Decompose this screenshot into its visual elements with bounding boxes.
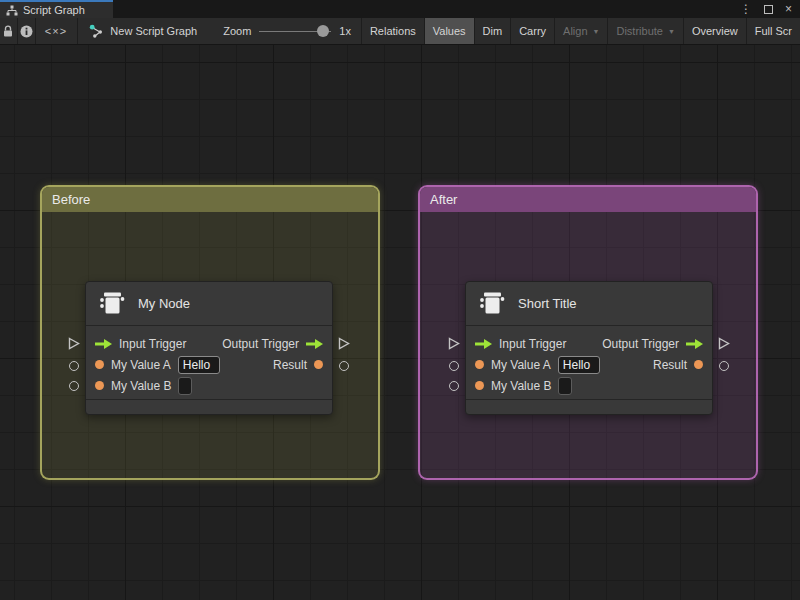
variables-button[interactable]: <×> (35, 18, 77, 44)
flow-input-port[interactable] (475, 339, 492, 349)
value-input-field[interactable] (178, 356, 220, 374)
distribute-button[interactable]: Distribute ▼ (608, 18, 682, 44)
dim-button[interactable]: Dim (475, 18, 511, 44)
carry-button[interactable]: Carry (511, 18, 554, 44)
value-input-port[interactable] (95, 360, 104, 369)
maximize-icon[interactable] (764, 5, 773, 14)
external-value-output-port[interactable] (339, 361, 349, 371)
flow-output-port[interactable] (306, 339, 323, 349)
external-value-input-port[interactable] (449, 381, 459, 391)
new-script-graph-label: New Script Graph (110, 25, 197, 37)
menu-icon[interactable]: ⋮ (740, 3, 752, 15)
unit-icon (97, 290, 127, 318)
port-label: My Value B (491, 379, 551, 393)
external-flow-output-port[interactable] (718, 337, 730, 350)
fullscreen-button[interactable]: Full Scr (747, 18, 800, 44)
zoom-label: Zoom (223, 25, 251, 37)
zoom-slider[interactable] (259, 18, 331, 45)
close-icon[interactable]: × (785, 3, 792, 15)
value-input-port[interactable] (475, 360, 484, 369)
lock-icon (2, 25, 14, 38)
port-label: My Value B (111, 379, 171, 393)
port-label: My Value A (491, 358, 551, 372)
graph-canvas[interactable]: Before After My Node (0, 45, 800, 600)
zoom-value: 1x (339, 25, 351, 37)
node-header[interactable]: Short Title (466, 282, 712, 326)
node-title: My Node (138, 296, 190, 311)
node-body: Input Trigger Output Trigger My Value A … (466, 326, 712, 396)
port-label: My Value A (111, 358, 171, 372)
node-header[interactable]: My Node (86, 282, 332, 326)
external-flow-output-port[interactable] (338, 337, 350, 350)
group-before-header[interactable]: Before (42, 187, 378, 212)
graph-icon (89, 24, 104, 38)
graph-toolbar: <×> New Script Graph Zoom 1x Relations (0, 18, 800, 45)
relations-button[interactable]: Relations (362, 18, 424, 44)
port-row: My Value A Result (466, 354, 712, 375)
value-input-field[interactable] (178, 377, 192, 395)
zoom-control: Zoom 1x (223, 18, 361, 44)
port-label: Output Trigger (222, 337, 299, 351)
external-flow-input-port[interactable] (448, 337, 460, 350)
tab-script-graph[interactable]: Script Graph (0, 0, 113, 18)
value-input-port[interactable] (475, 381, 484, 390)
tab-label: Script Graph (23, 4, 85, 16)
group-after-header[interactable]: After (420, 187, 756, 212)
value-output-port[interactable] (314, 360, 323, 369)
tab-bar: Script Graph ⋮ × (0, 0, 800, 18)
external-value-input-port[interactable] (69, 381, 79, 391)
node-footer (86, 399, 332, 412)
zoom-slider-handle[interactable] (317, 25, 329, 37)
node-short-title[interactable]: Short Title Input Trigger Output Trigger (465, 281, 713, 415)
unit-icon (477, 290, 507, 318)
port-label: Output Trigger (602, 337, 679, 351)
port-label: Result (273, 358, 307, 372)
external-value-input-port[interactable] (449, 361, 459, 371)
node-title: Short Title (518, 296, 577, 311)
port-label: Input Trigger (499, 337, 566, 351)
value-output-port[interactable] (694, 360, 703, 369)
chevron-down-icon: ▼ (668, 28, 675, 35)
hierarchy-icon (6, 5, 18, 16)
group-title: After (430, 192, 457, 207)
node-footer (466, 399, 712, 412)
new-script-graph-button[interactable]: New Script Graph (77, 18, 209, 44)
port-row: My Value B (466, 375, 712, 396)
port-row: Input Trigger Output Trigger (86, 333, 332, 354)
variables-icon: <×> (45, 25, 67, 37)
window-controls: ⋮ × (740, 0, 800, 18)
info-icon (20, 25, 33, 38)
node-my-node[interactable]: My Node Input Trigger Output Trigger (85, 281, 333, 415)
node-body: Input Trigger Output Trigger My Value A … (86, 326, 332, 396)
script-graph-window: Script Graph ⋮ × <×> (0, 0, 800, 600)
external-value-input-port[interactable] (69, 361, 79, 371)
flow-output-port[interactable] (686, 339, 703, 349)
value-input-field[interactable] (558, 377, 572, 395)
port-row: Input Trigger Output Trigger (466, 333, 712, 354)
value-input-field[interactable] (558, 356, 600, 374)
external-flow-input-port[interactable] (68, 337, 80, 350)
port-label: Input Trigger (119, 337, 186, 351)
value-input-port[interactable] (95, 381, 104, 390)
port-row: My Value A Result (86, 354, 332, 375)
lock-button[interactable] (0, 18, 17, 44)
info-button[interactable] (18, 18, 35, 44)
values-button[interactable]: Values (425, 18, 474, 44)
group-title: Before (52, 192, 90, 207)
overview-button[interactable]: Overview (684, 18, 746, 44)
port-row: My Value B (86, 375, 332, 396)
toolbar-right-buttons: Relations Values Dim Carry Align ▼ Distr… (361, 18, 800, 44)
external-value-output-port[interactable] (719, 361, 729, 371)
flow-input-port[interactable] (95, 339, 112, 349)
port-label: Result (653, 358, 687, 372)
align-button[interactable]: Align ▼ (555, 18, 607, 44)
chevron-down-icon: ▼ (593, 28, 600, 35)
